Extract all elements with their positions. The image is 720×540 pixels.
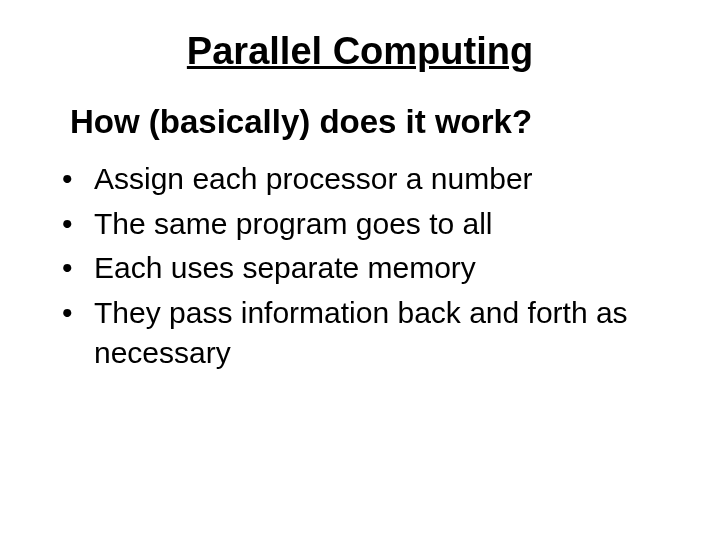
slide-subtitle: How (basically) does it work? — [70, 103, 680, 141]
bullet-list: Assign each processor a number The same … — [62, 159, 680, 374]
list-item: Each uses separate memory — [62, 248, 680, 289]
slide-title: Parallel Computing — [40, 30, 680, 73]
list-item: They pass information back and forth as … — [62, 293, 680, 374]
list-item: The same program goes to all — [62, 204, 680, 245]
list-item: Assign each processor a number — [62, 159, 680, 200]
